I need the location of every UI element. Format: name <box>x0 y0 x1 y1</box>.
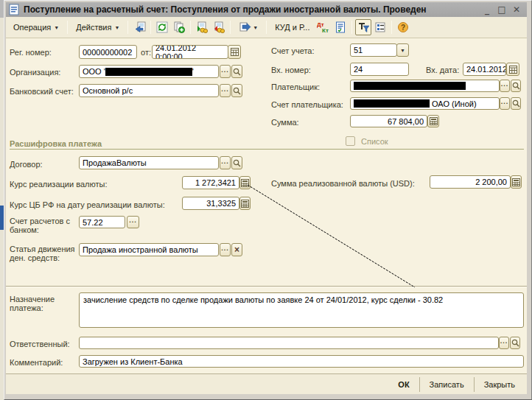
goto-button[interactable]: ▼ <box>234 19 263 35</box>
close-form-button[interactable]: Закрыть <box>475 378 524 391</box>
settlement-account-lookup-button[interactable]: ... <box>127 216 139 228</box>
cash-flow-item-value: Продажа иностранной валюты <box>83 245 198 254</box>
usd-amount-field[interactable]: 2 200,00 <box>430 175 511 189</box>
filter-button[interactable] <box>355 19 371 35</box>
contract-label: Договор: <box>10 160 43 169</box>
save-record-button[interactable] <box>131 19 147 35</box>
organization-value-suffix: ' <box>192 67 194 76</box>
document-movements-button[interactable] <box>332 19 349 35</box>
contract-field[interactable]: ПродажаВалюты <box>79 156 219 169</box>
calculator-icon <box>512 178 520 186</box>
ellipsis-icon: ... <box>221 245 229 252</box>
sale-rate-label: Курс реализации валюты: <box>10 180 107 189</box>
sale-rate-calculator-button[interactable] <box>239 176 251 189</box>
bank-account-field[interactable]: Основной р/с <box>79 84 219 97</box>
sale-rate-value: 1 272,3421 <box>195 178 236 187</box>
write-button[interactable]: Записать <box>421 378 473 391</box>
incoming-date-calendar-button[interactable] <box>506 63 519 76</box>
payer-account-value-suffix: ОАО (Иной) <box>432 99 477 108</box>
help-button[interactable]: ? <box>395 19 411 35</box>
minimize-button[interactable]: _ <box>480 4 494 15</box>
cash-flow-item-field[interactable]: Продажа иностранной валюты <box>79 243 219 256</box>
toolbar-separator <box>266 21 267 34</box>
organization-open-button[interactable] <box>231 65 242 78</box>
usd-amount-calculator-button[interactable] <box>511 175 522 189</box>
amount-calculator-button[interactable] <box>427 115 439 127</box>
document-icon <box>9 4 19 15</box>
payer-field[interactable] <box>350 80 500 92</box>
magnifier-icon <box>511 339 519 347</box>
date-field[interactable]: 24.01.2012 0:00:00 <box>152 45 228 59</box>
refresh-icon <box>156 21 168 33</box>
payer-account-label: Счет плательщика: <box>271 100 343 109</box>
incoming-date-field[interactable]: 24.01.2012 <box>463 63 506 76</box>
ellipsis-icon: ... <box>129 217 137 224</box>
contract-value: ПродажаВалюты <box>83 158 147 167</box>
date-label: от: <box>141 48 151 57</box>
responsible-field[interactable] <box>79 337 499 349</box>
refresh-button[interactable] <box>154 19 170 35</box>
maximize-button[interactable]: □ <box>494 4 509 15</box>
account-dropdown-button[interactable]: ▼ <box>396 43 409 57</box>
responsible-open-button[interactable] <box>510 337 520 349</box>
bank-account-open-button[interactable] <box>231 84 242 97</box>
unpost-document-icon <box>213 21 225 33</box>
reg-number-field[interactable]: 00000000002 <box>79 45 137 59</box>
date-calendar-button[interactable] <box>228 45 241 59</box>
operation-menu-button[interactable]: Операция ▼ <box>8 19 64 35</box>
chevron-down-icon: ▼ <box>253 25 258 30</box>
structure-button[interactable] <box>372 19 388 35</box>
bottom-button-bar: ОК Записать Закрыть <box>6 373 527 394</box>
kud-button[interactable]: КУД и Р... <box>270 19 315 35</box>
cb-rate-calculator-button[interactable] <box>239 197 251 210</box>
contract-lookup-button[interactable]: ... <box>220 156 231 169</box>
contract-open-button[interactable] <box>231 156 242 169</box>
amount-field[interactable]: 67 804,00 <box>350 115 427 127</box>
cash-flow-item-lookup-button[interactable]: ... <box>220 243 231 256</box>
payment-purpose-textarea[interactable]: зачисление средств по сделке продажи вал… <box>79 292 524 328</box>
comment-field[interactable]: Загружен из Клиент-Банка <box>79 355 524 368</box>
button-separator <box>419 377 420 392</box>
redaction-bar <box>105 68 192 76</box>
settlement-account-field[interactable]: 57.22 <box>79 216 125 228</box>
payer-account-open-button[interactable] <box>511 97 521 110</box>
ellipsis-icon: ... <box>501 81 509 88</box>
organization-value-prefix: ООО ' <box>83 67 105 76</box>
svg-text:Кт: Кт <box>322 27 329 33</box>
close-button[interactable]: ✕ <box>509 4 524 15</box>
organization-lookup-button[interactable]: ... <box>220 65 231 78</box>
ellipsis-icon: ... <box>501 99 509 105</box>
list-checkbox[interactable] <box>346 136 355 146</box>
account-field[interactable]: 51 <box>350 43 397 57</box>
magnifier-icon <box>512 82 520 90</box>
incoming-number-value: 24 <box>354 65 363 74</box>
incoming-number-field[interactable]: 24 <box>350 63 409 76</box>
button-separator <box>474 377 475 392</box>
calculator-icon <box>241 179 249 187</box>
reg-number-label: Рег. номер: <box>10 48 52 57</box>
payer-lookup-button[interactable]: ... <box>500 80 510 92</box>
payer-account-lookup-button[interactable]: ... <box>500 97 510 110</box>
bank-account-lookup-button[interactable]: ... <box>220 84 231 97</box>
dt-kt-button[interactable]: Дт Кт <box>315 19 332 35</box>
section-underline <box>10 149 524 150</box>
screen: { "window": { "title": "Поступление на р… <box>0 0 532 400</box>
sale-rate-field[interactable]: 1 272,3421 <box>182 176 239 189</box>
unpost-document-button[interactable] <box>211 19 227 35</box>
filter-funnel-icon <box>357 21 369 33</box>
cb-rate-field[interactable]: 31,3325 <box>182 197 239 210</box>
actions-menu-button[interactable]: Действия ▼ <box>71 19 125 35</box>
cash-flow-item-clear-button[interactable]: × <box>231 243 242 256</box>
payer-account-field[interactable]: ОАО (Иной) <box>350 97 500 110</box>
ok-button[interactable]: ОК <box>389 378 418 391</box>
magnifier-icon <box>233 159 241 167</box>
incoming-date-label: Вх. дата: <box>426 66 459 74</box>
payer-label: Плательщик: <box>271 83 320 91</box>
operation-label: Операция <box>13 23 51 32</box>
settlement-account-value: 57.22 <box>83 218 103 227</box>
responsible-lookup-button[interactable]: ... <box>499 337 509 349</box>
organization-field[interactable]: ООО ' ' <box>79 65 219 78</box>
payer-open-button[interactable] <box>511 80 521 92</box>
post-document-button[interactable] <box>194 19 210 35</box>
copy-button[interactable] <box>171 19 187 35</box>
